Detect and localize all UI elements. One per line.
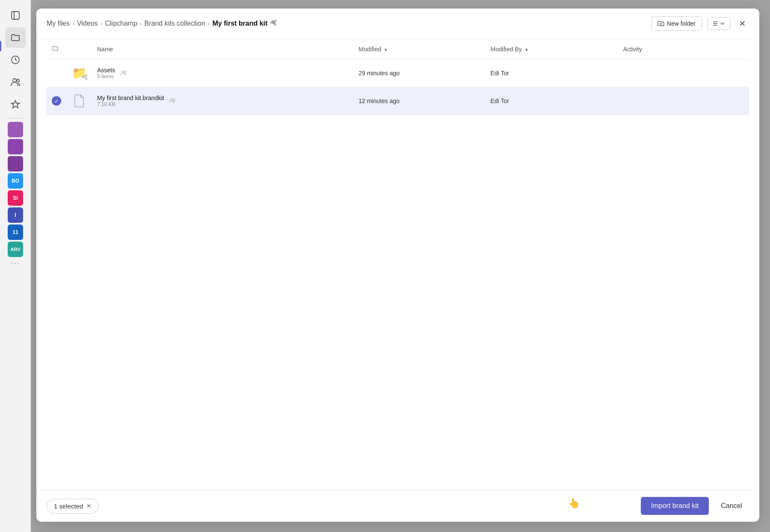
svg-point-18 [83,76,84,78]
sidebar-app-11[interactable]: 11 [8,225,23,240]
row-modified: 29 minutes ago [353,59,485,87]
svg-point-26 [173,99,175,100]
svg-point-25 [171,99,173,101]
share-icon [270,19,277,28]
breadcrumb-clipchamp[interactable]: Clipchamp [105,20,137,27]
active-indicator [0,41,1,51]
file-picker-dialog: My files › Videos › Clipchamp › Brand ki… [36,9,759,522]
col-header-modified-by[interactable]: Modified By ▾ [486,39,618,59]
cancel-button[interactable]: Cancel [714,497,749,515]
table-row[interactable]: 📁 [47,59,749,87]
svg-rect-0 [12,12,19,19]
close-icon: ✕ [739,18,746,29]
row-checkbox[interactable] [47,59,66,87]
breadcrumb-sep-3: › [140,20,142,27]
sidebar-app-bo[interactable]: BO [8,173,23,189]
svg-point-23 [122,71,124,73]
sidebar-app-purple1[interactable] [8,122,23,137]
col-header-activity: Activity [618,39,749,59]
file-subtext: 7.10 KB [97,101,164,107]
close-button[interactable]: ✕ [735,17,749,30]
dialog-footer: 1 selected ✕ Import brand kit Cancel [36,490,759,522]
breadcrumb: My files › Videos › Clipchamp › Brand ki… [47,19,277,28]
view-toggle[interactable] [707,17,730,30]
new-folder-button[interactable]: New folder [651,16,702,31]
breadcrumb-sep-4: › [208,20,210,27]
svg-point-11 [272,21,273,22]
header-actions: New folder ✕ [651,16,749,31]
sidebar-item-history[interactable] [5,50,26,70]
sidebar-app-purple2[interactable] [8,139,23,154]
table-body: 📁 [47,59,749,115]
shared-people-icon [169,98,176,104]
svg-point-19 [86,75,87,77]
sort-by-icon: ▾ [525,47,528,52]
svg-point-7 [274,20,276,22]
svg-point-3 [13,79,16,82]
svg-point-20 [86,78,87,80]
row-activity [618,59,749,87]
file-subtext: 5 items [97,74,115,80]
breadcrumb-sep-2: › [101,20,103,27]
list-view-icon [712,20,719,27]
sidebar-divider [9,118,22,118]
chevron-down-icon [720,21,726,27]
sort-icon: ▾ [385,47,387,52]
sidebar-item-people[interactable] [5,72,26,92]
sidebar-app-purple3[interactable] [8,156,23,171]
file-name: My first brand kit.brandkit [97,95,164,101]
sidebar-app-si[interactable]: Si [8,190,23,206]
breadcrumb-brand-kits[interactable]: Brand kits collection [144,20,205,27]
svg-point-24 [124,71,126,73]
selected-count: 1 selected [54,502,83,510]
svg-line-22 [84,77,85,78]
svg-line-21 [84,76,85,77]
sidebar-item-star[interactable] [5,94,26,115]
checked-icon: ✓ [52,96,61,106]
sidebar-item-folder[interactable] [5,27,26,48]
row-modified-by: Edi Tor [486,87,618,115]
table-header: Name Modified ▾ Modified By ▾ Activity [47,39,749,59]
table-row[interactable]: ✓ [47,87,749,115]
breadcrumb-videos[interactable]: Videos [77,20,98,27]
file-table: Name Modified ▾ Modified By ▾ Activity [47,39,749,115]
row-modified: 12 minutes ago [353,87,485,115]
svg-point-8 [274,24,276,25]
breadcrumb-current-label: My first brand kit [212,20,267,27]
footer-actions: Import brand kit Cancel [641,497,749,515]
selection-badge: 1 selected ✕ [47,499,99,514]
sidebar-app-i[interactable]: I [8,207,23,223]
row-checkbox[interactable]: ✓ [47,87,66,115]
dialog-content: Name Modified ▾ Modified By ▾ Activity [36,39,759,490]
svg-marker-5 [12,100,20,108]
clear-selection-button[interactable]: ✕ [86,502,92,509]
col-header-check [47,39,66,59]
new-folder-label: New folder [667,20,696,27]
sidebar-app-arv[interactable]: ARV [8,242,23,257]
import-brand-kit-button[interactable]: Import brand kit [641,497,709,515]
sidebar-item-panel-toggle[interactable] [5,5,26,26]
breadcrumb-my-files[interactable]: My files [47,20,70,27]
row-activity [618,87,749,115]
sidebar: BO Si I 11 ARV ··· [0,0,31,532]
file-name: Assets [97,67,115,74]
sidebar-more[interactable]: ··· [11,259,20,268]
row-name-cell[interactable]: My first brand kit.brandkit 7.10 KB [92,87,353,115]
breadcrumb-current: My first brand kit [212,19,277,28]
col-header-icon [66,39,92,59]
col-header-name[interactable]: Name [92,39,353,59]
row-name-cell[interactable]: Assets 5 items [92,59,353,87]
breadcrumb-sep-1: › [72,20,74,27]
shared-people-icon [120,70,127,77]
file-doc-icon [73,94,85,108]
row-file-icon [66,87,92,115]
svg-point-12 [274,22,275,24]
new-folder-icon [657,20,664,27]
folder-share-badge [82,74,88,82]
row-modified-by: Edi Tor [486,59,618,87]
dialog-header: My files › Videos › Clipchamp › Brand ki… [36,9,759,39]
col-header-modified[interactable]: Modified ▾ [353,39,485,59]
dialog-overlay: BO Si I 11 ARV ··· My files › Videos › C… [0,0,770,532]
row-file-icon: 📁 [66,59,92,87]
svg-point-4 [17,79,19,82]
